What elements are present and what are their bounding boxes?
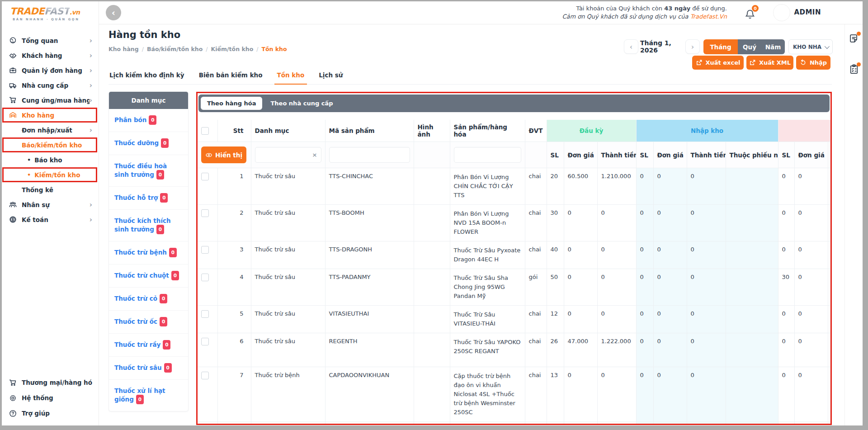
- tab-bien-ban-kiem-kho[interactable]: Biên bản kiểm kho: [198, 71, 264, 84]
- cell-hinh-anh: [414, 269, 450, 306]
- select-all-cell: [198, 120, 217, 142]
- sidebar-item-t-ng-quan[interactable]: Tổng quan›: [2, 33, 99, 48]
- back-button[interactable]: ‹: [106, 5, 121, 20]
- row-checkbox[interactable]: [201, 246, 209, 254]
- import-button[interactable]: Nhập: [796, 56, 830, 70]
- prev-month-button[interactable]: ‹: [624, 39, 638, 54]
- user-menu[interactable]: ADMIN: [794, 8, 821, 16]
- sidebar-item-tr-gi-p[interactable]: Trợ giúp: [2, 406, 99, 421]
- category-item[interactable]: Phân bón0: [109, 109, 188, 132]
- brand-link[interactable]: Tradefast.Vn: [690, 13, 727, 20]
- category-item[interactable]: Thuốc trừ cỏ0: [109, 288, 188, 311]
- warehouse-select[interactable]: KHO NHA: [788, 39, 833, 54]
- tab-lich-su[interactable]: Lịch sử: [318, 71, 344, 84]
- cell-hinh-anh: [414, 306, 450, 333]
- select-all-checkbox[interactable]: [201, 127, 209, 135]
- avatar[interactable]: [773, 4, 790, 21]
- show-button[interactable]: Hiển thị: [201, 146, 246, 163]
- category-item[interactable]: Thuốc trừ rầy0: [109, 334, 188, 357]
- sidebar-item-th-ng-k-[interactable]: Thống kê: [2, 182, 99, 197]
- san-pham-filter-input[interactable]: [454, 147, 521, 163]
- category-item[interactable]: Thuốc trừ sâu0: [109, 357, 188, 380]
- category-item[interactable]: Thuốc dưỡng0: [109, 132, 188, 155]
- chevron-down-icon: [825, 43, 830, 48]
- sidebar-item-th-ng-m-i-h-ng-h-a[interactable]: Thương mại/hàng hóa: [2, 375, 99, 390]
- cell-hinh-anh: [414, 205, 450, 241]
- category-item[interactable]: Thuốc hỗ trợ0: [109, 187, 188, 210]
- subcol-header: Đơn giá: [564, 142, 597, 168]
- clear-filter-icon[interactable]: ×: [312, 151, 317, 159]
- cell-danh-muc: Thuốc trừ sâu: [251, 306, 325, 333]
- next-month-button[interactable]: ›: [685, 39, 700, 54]
- cell-thuoc-phieu-nhap-kho: [726, 422, 778, 425]
- sidebar-item-b-o-ki-m-t-n-kho[interactable]: Báo/kiểm/tồn kho: [2, 137, 99, 152]
- breadcrumb-item[interactable]: Báo/kiểm/tồn kho: [147, 46, 203, 52]
- sidebar-item--n-nh-p-xu-t[interactable]: Đơn nhập/xuất›: [2, 123, 99, 137]
- cell-ma-san-pham: TILTPLUS: [325, 422, 414, 425]
- mode-month-button[interactable]: Tháng: [703, 39, 738, 54]
- sidebar-item-label: Cung ứng/mua hàng: [22, 97, 90, 104]
- breadcrumb-item[interactable]: Kiểm/tồn kho: [211, 46, 254, 52]
- tab-lich-kiem-kho[interactable]: Lịch kiểm kho định kỳ: [108, 71, 185, 84]
- row-checkbox[interactable]: [201, 310, 209, 318]
- export-excel-button[interactable]: Xuất excel: [692, 56, 744, 70]
- breadcrumb-item[interactable]: Kho hàng: [108, 46, 139, 52]
- sidebar-item-label: Quản lý đơn hàng: [22, 67, 90, 74]
- sidebar-item-nh-n-s-[interactable]: Nhân sự›: [2, 197, 99, 212]
- breadcrumb-current: Tồn kho: [261, 46, 287, 52]
- row-checkbox[interactable]: [201, 274, 209, 281]
- sidebar-item-label: Kiểm/tồn kho: [34, 171, 92, 179]
- sidebar-item-kho-h-ng[interactable]: Kho hàng: [2, 108, 99, 123]
- cell-thuoc-phieu-nhap-kho: [726, 367, 778, 422]
- sidebar-item-nh-cung-c-p[interactable]: Nhà cung cấp›: [2, 78, 99, 93]
- cell-dau-ky-thanh-tien: 0: [597, 241, 636, 269]
- cell-nhap-kho-thanh-tien: 0: [687, 205, 726, 241]
- cell-xuat-don-gia: 0: [794, 269, 828, 306]
- section-tabs: Lịch kiểm kho định kỳ Biên bản kiểm kho …: [108, 71, 832, 85]
- notifications-button[interactable]: 0: [744, 6, 758, 20]
- filter-cell-ma-san-pham: [325, 142, 414, 168]
- category-count-badge: 0: [160, 193, 168, 203]
- logo[interactable]: TRADEFAST.vn BÁN NHANH · QUẢN GỌN: [2, 1, 99, 21]
- category-item[interactable]: Thuốc trừ ốc0: [109, 311, 188, 334]
- category-item[interactable]: Thuốc trừ chuột0: [109, 265, 188, 288]
- tab-ton-kho[interactable]: Tồn kho: [276, 71, 306, 84]
- row-checkbox[interactable]: [201, 173, 209, 180]
- category-item[interactable]: Thuốc điều hoà sinh trưởng0: [109, 155, 188, 187]
- cell-xuat-sl: 0: [778, 168, 794, 205]
- bullet-icon: •: [27, 171, 31, 178]
- cell-xuat-sl: 30: [778, 269, 794, 306]
- row-checkbox[interactable]: [201, 209, 209, 217]
- sidebar-item-kh-ch-h-ng[interactable]: Khách hàng›: [2, 48, 99, 63]
- export-icon: [749, 59, 756, 66]
- sidebar-item-label: Thống kê: [22, 186, 92, 194]
- sidebar-item-qu-n-l-n-h-ng[interactable]: Quản lý đơn hàng›: [2, 63, 99, 78]
- cell-san-pham: Phân Bón Vi Lượng NVD 15A BOOM-n FLOWER: [450, 205, 525, 241]
- row-checkbox[interactable]: [201, 338, 209, 345]
- category-item[interactable]: Thuốc trừ bệnh0: [109, 241, 188, 265]
- sidebar-item-h-th-ng[interactable]: Hệ thống: [2, 390, 99, 406]
- sidebar-item-ki-m-t-n-kho[interactable]: •Kiểm/tồn kho: [2, 167, 99, 182]
- row-checkbox[interactable]: [201, 372, 209, 379]
- sidebar-item-cung-ng-mua-h-ng[interactable]: Cung ứng/mua hàng›: [2, 93, 99, 108]
- table-row: 5Thuốc trừ sâuVITASIEUTHAIThuốc Trừ Sâu …: [198, 306, 830, 333]
- export-xml-button[interactable]: Xuất XML: [746, 56, 793, 70]
- sidebar-item-k-to-n[interactable]: Kế toán›: [2, 212, 99, 227]
- notes-panel-button[interactable]: [849, 33, 859, 43]
- category-item[interactable]: Thuốc kích thích sinh trưởng0: [109, 210, 188, 241]
- mode-quarter-button[interactable]: Quý: [738, 39, 761, 54]
- sidebar-item-b-o-kho[interactable]: •Báo kho: [2, 152, 99, 167]
- tasks-panel-button[interactable]: [849, 64, 859, 74]
- cell-stt: 3: [217, 241, 251, 269]
- cell-nhap-kho-thanh-tien: 0: [687, 306, 726, 333]
- view-tab-by-product[interactable]: Theo hàng hóa: [201, 97, 262, 110]
- mode-year-button[interactable]: Năm: [761, 39, 785, 54]
- cell-xuat-don-gia: 0: [794, 241, 828, 269]
- danh-muc-filter-input[interactable]: ×: [255, 147, 321, 163]
- ma-san-pham-filter-input[interactable]: [329, 147, 410, 163]
- category-item[interactable]: Thuốc xử lí hạt giống0: [109, 380, 188, 411]
- cell-dau-ky-sl: 26: [547, 333, 564, 367]
- cell-xuat-sl: 0: [778, 333, 794, 367]
- view-tab-by-supplier[interactable]: Theo nhà cung cấp: [264, 97, 339, 110]
- cell-san-pham: Thuốc Trừ Sâu Pyxoate Dragon 44EC H: [450, 241, 525, 269]
